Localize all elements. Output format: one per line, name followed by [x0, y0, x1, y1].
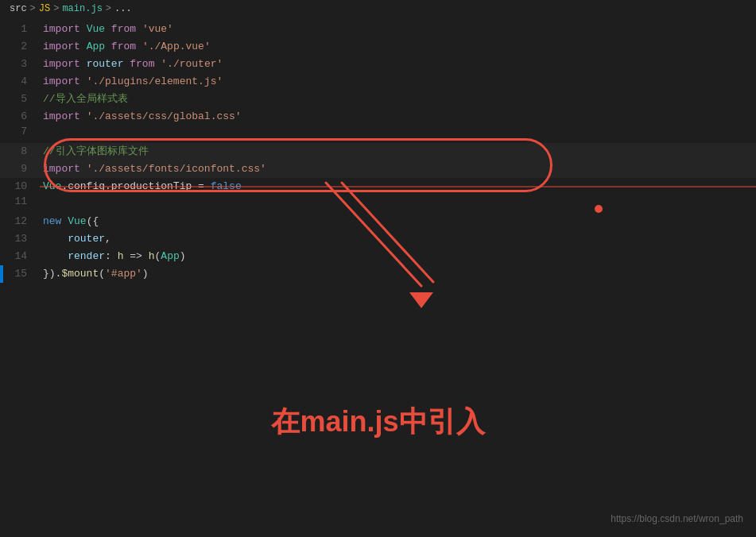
- code-line-5: 5 //导入全局样式表: [0, 91, 756, 108]
- line-content-1: import Vue from 'vue': [40, 21, 756, 38]
- line-num-13: 13: [0, 233, 40, 245]
- line-num-3: 3: [0, 58, 40, 70]
- line-num-5: 5: [0, 93, 40, 105]
- code-line-4: 4 import './plugins/element.js': [0, 73, 756, 91]
- url-watermark: https://blog.csdn.net/wron_path: [611, 513, 743, 524]
- breadcrumb-js: JS: [39, 3, 50, 14]
- breadcrumb-ellipsis: ...: [114, 3, 132, 14]
- breadcrumb-sep3: >: [106, 3, 111, 14]
- code-line-8: 8 //引入字体图标库文件: [0, 143, 756, 160]
- line-num-4: 4: [0, 75, 40, 87]
- line-indicator-15: [0, 265, 3, 283]
- line-content-4: import './plugins/element.js': [40, 73, 756, 91]
- chinese-annotation-text: 在main.js中引入: [0, 403, 756, 442]
- code-line-6: 6 import './assets/css/global.css': [0, 108, 756, 126]
- breadcrumb: src > JS > main.js > ...: [0, 0, 756, 17]
- line-num-12: 12: [0, 215, 40, 227]
- code-line-13: 13 router,: [0, 230, 756, 248]
- line-content-3: import router from './router': [40, 56, 756, 73]
- line-num-7: 7: [0, 126, 40, 137]
- line-num-8: 8: [0, 145, 40, 157]
- breadcrumb-mainjs: main.js: [62, 3, 102, 14]
- line-content-6: import './assets/css/global.css': [40, 108, 756, 126]
- line-content-9: import './assets/fonts/iconfont.css': [40, 160, 756, 178]
- breadcrumb-sep2: >: [53, 3, 59, 14]
- code-line-14: 14 render: h => h(App): [0, 248, 756, 265]
- line-content-14: render: h => h(App): [40, 248, 756, 265]
- code-line-10: 10 Vue.config.productionTip = false: [0, 178, 756, 195]
- line-num-14: 14: [0, 250, 40, 262]
- line-content-2: import App from './App.vue': [40, 38, 756, 56]
- line-content-10: Vue.config.productionTip = false: [40, 178, 756, 195]
- line-num-9: 9: [0, 163, 40, 175]
- code-line-15: 15 }).$mount('#app'): [0, 265, 756, 283]
- code-line-3: 3 import router from './router': [0, 56, 756, 73]
- code-line-1: 1 import Vue from 'vue': [0, 21, 756, 38]
- line-content-12: new Vue({: [40, 213, 756, 230]
- code-line-2: 2 import App from './App.vue': [0, 38, 756, 56]
- line-num-6: 6: [0, 110, 40, 122]
- line-num-2: 2: [0, 41, 40, 52]
- breadcrumb-sep1: >: [30, 3, 36, 14]
- code-line-9: 9 import './assets/fonts/iconfont.css': [0, 160, 756, 178]
- code-line-12: 12 new Vue({: [0, 213, 756, 230]
- code-editor: 1 import Vue from 'vue' 2 import App fro…: [0, 17, 756, 286]
- svg-marker-1: [409, 292, 433, 308]
- line-content-8: //引入字体图标库文件: [40, 143, 756, 160]
- line-content-15: }).$mount('#app'): [40, 265, 756, 283]
- breadcrumb-src: src: [10, 3, 27, 14]
- code-line-11: 11: [0, 195, 756, 213]
- code-line-7: 7: [0, 126, 756, 143]
- line-num-10: 10: [0, 180, 40, 192]
- line-num-11: 11: [0, 195, 40, 207]
- line-content-13: router,: [40, 230, 756, 248]
- line-num-1: 1: [0, 23, 40, 35]
- line-num-15: 15: [0, 268, 40, 280]
- line-content-5: //导入全局样式表: [40, 91, 756, 108]
